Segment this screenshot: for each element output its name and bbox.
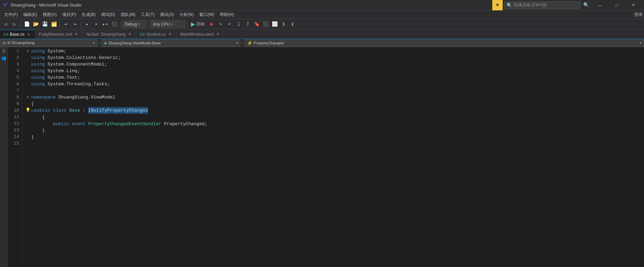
code-line-9: { bbox=[25, 101, 641, 107]
menu-analyze[interactable]: 分析(N) bbox=[177, 10, 196, 19]
tab-label-student: Student.cs bbox=[146, 32, 166, 37]
menu-build[interactable]: 生成(B) bbox=[79, 10, 98, 19]
filter-icon[interactable]: ▼ bbox=[492, 0, 503, 10]
toolbar-btn-extra1[interactable]: ▸ bbox=[83, 20, 91, 28]
tab-nuget[interactable]: NuGet: ShuangXiang ✕ bbox=[83, 30, 136, 38]
quick-launch-search[interactable]: 🔍 快速启动 (Ctrl+Q) bbox=[504, 1, 580, 9]
fold-indicator-1[interactable]: ⊟ bbox=[25, 48, 31, 54]
nav-project-arrow: ▾ bbox=[93, 41, 95, 45]
fold-indicator-7 bbox=[25, 87, 31, 94]
menu-file[interactable]: 文件(F) bbox=[1, 10, 20, 19]
toolbar-btn-extra4[interactable]: ⬛ bbox=[110, 20, 118, 28]
toolbar-separator-6 bbox=[187, 21, 187, 28]
menu-view[interactable]: 视图(V) bbox=[40, 10, 59, 19]
tab-close-student[interactable]: ✕ bbox=[167, 32, 173, 37]
cpu-platform-dropdown[interactable]: Any CPU ▾ bbox=[150, 20, 185, 28]
line-num-12: 12 bbox=[10, 120, 19, 127]
nav-bar: ⊟ ⊟ ShuangXiang ▾ › ◈ ShuangXiang.ViewMo… bbox=[0, 39, 644, 47]
code-editor[interactable]: ⊟ using System; using System.Collections… bbox=[22, 47, 644, 267]
line-num-15: 15 bbox=[10, 140, 19, 147]
toolbar-btn-stop[interactable]: ■ bbox=[207, 20, 216, 28]
keyword-using-3: using bbox=[31, 61, 45, 68]
toolbar-btn-step1[interactable]: ↷ bbox=[216, 20, 225, 28]
line-num-3: 3 bbox=[10, 61, 19, 68]
toolbar-btn-extra7[interactable]: ❯ bbox=[279, 20, 288, 28]
tab-mainwindow[interactable]: MainWindow.xaml ✕ bbox=[177, 30, 225, 38]
toolbar-btn-bookmark[interactable]: 🔖 bbox=[252, 20, 261, 28]
interface-highlighted: INotifyPropertyChanged bbox=[88, 107, 148, 114]
toolbar-btn-step2[interactable]: ↶ bbox=[225, 20, 234, 28]
tab-student[interactable]: C# Student.cs ✕ bbox=[136, 30, 177, 38]
tab-close-base-cs[interactable]: ✕ bbox=[26, 32, 32, 37]
forward-button[interactable]: ▷ bbox=[10, 20, 19, 28]
fold-icon-10[interactable]: ⊟ bbox=[31, 107, 33, 114]
code-line-6: using System.Threading.Tasks; bbox=[25, 81, 641, 87]
tab-close-mainwindow[interactable]: ✕ bbox=[215, 32, 220, 37]
minimize-button[interactable]: — bbox=[592, 0, 608, 10]
menu-debug[interactable]: 调试(D) bbox=[98, 10, 118, 19]
keyword-using-1: using bbox=[31, 48, 45, 54]
tab-base-cs[interactable]: C# Base.cs ✕ bbox=[0, 30, 35, 38]
menu-project[interactable]: 项目(P) bbox=[59, 10, 79, 19]
open-button[interactable]: 📂 bbox=[32, 20, 40, 28]
debug-config-dropdown[interactable]: Debug ▾ bbox=[122, 20, 147, 28]
menu-test[interactable]: 测试(S) bbox=[157, 10, 177, 19]
menu-help[interactable]: 帮助(H) bbox=[217, 10, 237, 19]
menu-tools[interactable]: 工具(T) bbox=[138, 10, 157, 19]
fold-indicator-11 bbox=[25, 114, 31, 121]
fold-indicator-10[interactable]: 💡 bbox=[25, 107, 31, 114]
line-num-5: 5 bbox=[10, 74, 19, 81]
tab-label-fody: FodyWeavers.xml bbox=[39, 32, 72, 37]
signin-link[interactable]: 登录 bbox=[634, 12, 643, 18]
toolbar-btn-step4[interactable]: ⤴ bbox=[243, 20, 252, 28]
new-project-button[interactable]: 📄 bbox=[23, 20, 31, 28]
toolbar-separator-5 bbox=[148, 21, 149, 28]
tab-fody[interactable]: FodyWeavers.xml ✕ bbox=[35, 30, 83, 38]
line-num-9: 9 bbox=[10, 101, 19, 107]
fold-indicator-9 bbox=[25, 101, 31, 107]
toolbar-btn-extra2[interactable]: ▪ bbox=[92, 20, 100, 28]
code-line-13: } bbox=[25, 127, 641, 134]
redo-button[interactable]: ↪ bbox=[71, 20, 79, 28]
save-all-button[interactable]: 🗂️ bbox=[50, 20, 58, 28]
menu-team[interactable]: 团队(M) bbox=[118, 10, 138, 19]
toolbar-btn-extra8[interactable]: ❮ bbox=[288, 20, 297, 28]
toolbar-btn-step3[interactable]: ⤵ bbox=[234, 20, 243, 28]
close-button[interactable]: ✕ bbox=[625, 0, 641, 10]
nav-member-dropdown[interactable]: ⚡ PropertyChanged ▾ bbox=[245, 39, 644, 47]
toolbar-btn-extra5[interactable]: ⬛ bbox=[261, 20, 270, 28]
quick-launch-placeholder: 快速启动 (Ctrl+Q) bbox=[514, 2, 546, 8]
nav-class-dropdown[interactable]: ◈ ShuangXiang.ViewModel.Base ▾ bbox=[101, 39, 240, 47]
sidebar-icon-1[interactable]: ☰ bbox=[1, 48, 7, 54]
line-num-8: 8 bbox=[10, 94, 19, 101]
search-extra-icon[interactable]: 🔍 bbox=[583, 2, 589, 8]
tab-icon-base-cs: C# bbox=[3, 32, 8, 36]
fold-indicator-2 bbox=[25, 54, 31, 61]
tab-close-fody[interactable]: ✕ bbox=[74, 32, 79, 37]
code-line-4: using System.Linq; bbox=[25, 68, 641, 74]
fold-indicator-3 bbox=[25, 61, 31, 68]
vs-logo-icon bbox=[3, 2, 8, 8]
light-bulb-icon[interactable]: 💡 bbox=[25, 107, 31, 114]
toolbar-separator-2 bbox=[60, 21, 60, 28]
start-debug-button[interactable]: ▶ 启动 bbox=[189, 20, 207, 28]
menu-bar: 文件(F) 编辑(E) 视图(V) 项目(P) 生成(B) 调试(D) 团队(M… bbox=[0, 10, 644, 19]
sidebar-icon-2[interactable]: 👥 bbox=[1, 55, 7, 61]
toolbar-btn-extra6[interactable]: ⬜ bbox=[270, 20, 279, 28]
toolbar-btn-extra3[interactable]: ▸▪ bbox=[101, 20, 109, 28]
undo-button[interactable]: ↩ bbox=[62, 20, 70, 28]
line-num-1: 1 bbox=[10, 48, 19, 54]
nav-project-dropdown[interactable]: ⊟ ⊟ ShuangXiang ▾ bbox=[0, 39, 97, 47]
save-button[interactable]: 💾 bbox=[41, 20, 49, 28]
menu-edit[interactable]: 编辑(E) bbox=[20, 10, 40, 19]
line-num-2: 2 bbox=[10, 54, 19, 61]
fold-indicator-14 bbox=[25, 134, 31, 140]
menu-window[interactable]: 窗口(W) bbox=[196, 10, 217, 19]
toolbar-separator-4 bbox=[120, 21, 120, 28]
nav-separator-1: › bbox=[97, 40, 101, 46]
maximize-button[interactable]: □ bbox=[609, 0, 625, 10]
toolbar: ◁ ▷ 📄 📂 💾 🗂️ ↩ ↪ ▸ ▪ ▸▪ ⬛ Debug ▾ Any CP… bbox=[0, 19, 644, 29]
back-button[interactable]: ◁ bbox=[1, 20, 10, 28]
tab-close-nuget[interactable]: ✕ bbox=[127, 32, 133, 37]
fold-indicator-8[interactable]: ⊟ bbox=[25, 94, 31, 101]
